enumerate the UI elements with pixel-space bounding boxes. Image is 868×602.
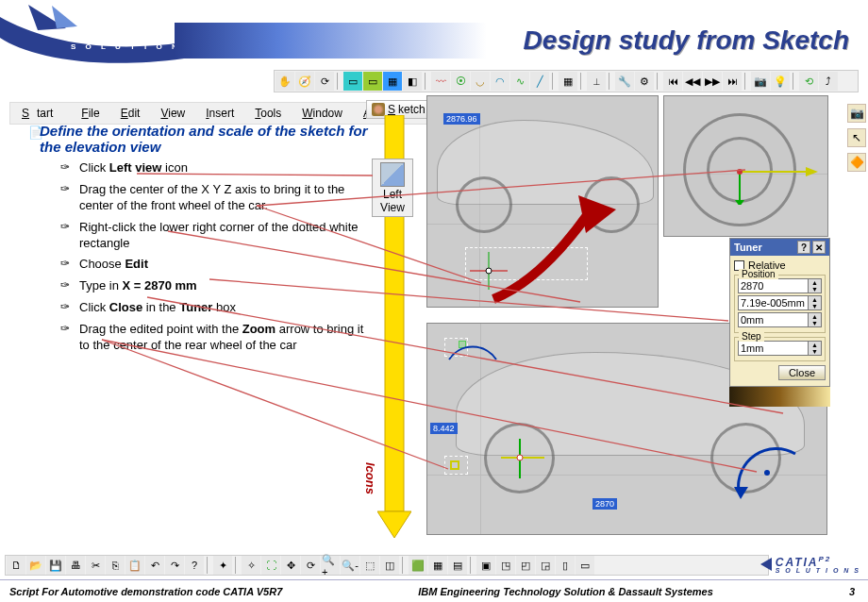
- bt-open[interactable]: 📂: [26, 556, 45, 575]
- tb-icon-last[interactable]: ⏭: [723, 72, 742, 91]
- tuner-y-input[interactable]: [738, 295, 809, 310]
- step-7: Drag the edited point with the Zoom arro…: [55, 322, 370, 354]
- spinner-icon[interactable]: ▲▼: [809, 341, 822, 356]
- tuner-position-label: Position: [739, 269, 778, 279]
- spinner-icon[interactable]: ▲▼: [809, 278, 822, 293]
- menu-file[interactable]: File: [74, 105, 107, 122]
- side-icon-cursor[interactable]: ↖: [847, 128, 866, 147]
- side-icon-3[interactable]: 🔶: [847, 153, 866, 172]
- bt-fit[interactable]: ✧: [242, 556, 260, 575]
- bt-redo[interactable]: ↷: [165, 556, 184, 575]
- side-icon-1[interactable]: 📷: [847, 104, 866, 123]
- tb-icon-grid2[interactable]: ▦: [559, 72, 577, 91]
- tb-icon-line[interactable]: ╱: [530, 72, 549, 91]
- panel-elevation-top: 2876.96: [426, 95, 659, 308]
- tb-icon-a3[interactable]: ⟳: [315, 72, 334, 91]
- bt-win3[interactable]: ◰: [516, 556, 535, 575]
- tuner-titlebar[interactable]: Tuner ? ✕: [730, 239, 829, 256]
- tb-icon-prev[interactable]: ◀◀: [683, 72, 702, 91]
- menu-window[interactable]: Window: [294, 105, 350, 122]
- coord-tag-2: 8.442: [430, 423, 458, 434]
- tb-icon-plane2[interactable]: ▭: [363, 72, 382, 91]
- brand-triangle-icon: [760, 558, 772, 571]
- bt-win4[interactable]: ◲: [536, 556, 555, 575]
- tuner-step-input[interactable]: [738, 341, 809, 356]
- bt-shade2[interactable]: ▦: [428, 556, 447, 575]
- bt-win2[interactable]: ◳: [496, 556, 515, 575]
- tb-icon-a2[interactable]: 🧭: [295, 72, 314, 91]
- main-text: Define the orientation and scale of the …: [40, 123, 370, 360]
- header: C A T I A S O L U T I O N S Design study…: [0, 0, 868, 66]
- bt-help[interactable]: ?: [185, 556, 204, 575]
- menu-tools[interactable]: Tools: [247, 105, 289, 122]
- tuner-footer-image: [729, 386, 830, 407]
- instruction-heading: Define the orientation and scale of the …: [40, 123, 370, 155]
- bt-win1[interactable]: ▣: [476, 556, 495, 575]
- tb-icon-curve1[interactable]: 〰: [431, 72, 450, 91]
- tb-icon-last2[interactable]: ⤴: [819, 72, 838, 91]
- bt-iso[interactable]: ◫: [380, 556, 399, 575]
- tb-icon-a1[interactable]: ✋: [275, 72, 294, 91]
- tb-icon-first[interactable]: ⏮: [663, 72, 682, 91]
- tb-icon-measure[interactable]: ⟂: [587, 72, 606, 91]
- title-bar: Design study from Sketch: [175, 23, 868, 59]
- bt-win5[interactable]: ▯: [556, 556, 575, 575]
- toolbar-bottom: 🗋 📂 💾 🖶 ✂ ⎘ 📋 ↶ ↷ ? ✦ ✧ ⛶ ✥ ⟳ 🔍+ 🔍- ⬚ ◫ …: [5, 555, 769, 576]
- tb-icon-cube[interactable]: ◧: [403, 72, 422, 91]
- tuner-help-button[interactable]: ?: [797, 241, 810, 254]
- tb-icon-curve4[interactable]: ◠: [491, 72, 509, 91]
- bt-copy[interactable]: ⎘: [106, 556, 125, 575]
- menu-start[interactable]: Start: [14, 105, 68, 122]
- tuner-close-button[interactable]: Close: [778, 365, 826, 380]
- tuner-step-label: Step: [739, 331, 764, 342]
- icons-label: Icons: [363, 462, 377, 494]
- svg-point-5: [486, 268, 492, 274]
- tuner-close-x[interactable]: ✕: [812, 241, 826, 254]
- tuner-x-input[interactable]: [738, 278, 809, 293]
- panel-wheel-zoom: [663, 95, 828, 237]
- tb-icon-next[interactable]: ▶▶: [703, 72, 722, 91]
- footer-left: Script For Automotive demonstration code…: [0, 586, 282, 597]
- bt-fitall[interactable]: ⛶: [261, 556, 280, 575]
- tb-icon-wrench[interactable]: 🔧: [615, 72, 634, 91]
- step-3: Right-click the lower right corner of th…: [55, 220, 370, 252]
- bt-print[interactable]: 🖶: [66, 556, 85, 575]
- menu-insert[interactable]: Insert: [198, 105, 242, 122]
- tb-icon-curve2[interactable]: ⦿: [451, 72, 470, 91]
- tb-icon-curve3[interactable]: ◡: [471, 72, 490, 91]
- bt-shade1[interactable]: 🟩: [409, 556, 427, 575]
- tb-icon-grid[interactable]: ▦: [383, 72, 402, 91]
- spinner-icon[interactable]: ▲▼: [809, 312, 822, 327]
- tb-icon-plane1[interactable]: ▭: [343, 72, 362, 91]
- tb-icon-settings[interactable]: ⚙: [635, 72, 654, 91]
- page-title: Design study from Sketch: [524, 25, 849, 56]
- toolbar-top: ✋ 🧭 ⟳ ▭ ▭ ▦ ◧ 〰 ⦿ ◡ ◠ ∿ ╱ ▦ ⟂ 🔧 ⚙ ⏮ ◀◀ ▶…: [274, 70, 859, 92]
- bt-zoomout[interactable]: 🔍-: [341, 556, 359, 575]
- tb-icon-spline[interactable]: ∿: [510, 72, 529, 91]
- left-view-button[interactable]: Left View: [372, 159, 413, 217]
- spinner-icon[interactable]: ▲▼: [809, 295, 822, 310]
- bt-pan[interactable]: ✥: [281, 556, 300, 575]
- bt-new[interactable]: 🗋: [7, 556, 25, 575]
- bt-undo[interactable]: ↶: [145, 556, 164, 575]
- bt-cut[interactable]: ✂: [86, 556, 105, 575]
- bt-zoomin[interactable]: 🔍+: [321, 556, 340, 575]
- step-5: Type in X = 2870 mm: [55, 278, 370, 294]
- bt-rotate[interactable]: ⟳: [301, 556, 320, 575]
- bt-shade3[interactable]: ▤: [448, 556, 467, 575]
- step-4: Choose Edit: [55, 257, 370, 273]
- tb-icon-cam[interactable]: 📷: [751, 72, 770, 91]
- bt-axis[interactable]: ✦: [213, 556, 232, 575]
- svg-point-13: [517, 455, 523, 460]
- tuner-z-input[interactable]: [738, 312, 809, 327]
- menu-edit[interactable]: Edit: [113, 105, 148, 122]
- bt-normal[interactable]: ⬚: [360, 556, 379, 575]
- coord-tag-1: 2876.96: [443, 113, 480, 125]
- bt-win6[interactable]: ▭: [576, 556, 594, 575]
- tb-icon-refresh[interactable]: ⟲: [799, 72, 818, 91]
- menu-view[interactable]: View: [153, 105, 192, 122]
- bt-save[interactable]: 💾: [46, 556, 65, 575]
- bt-paste[interactable]: 📋: [125, 556, 144, 575]
- sketch-tracer-icon: [372, 103, 385, 116]
- tb-icon-light[interactable]: 💡: [771, 72, 790, 91]
